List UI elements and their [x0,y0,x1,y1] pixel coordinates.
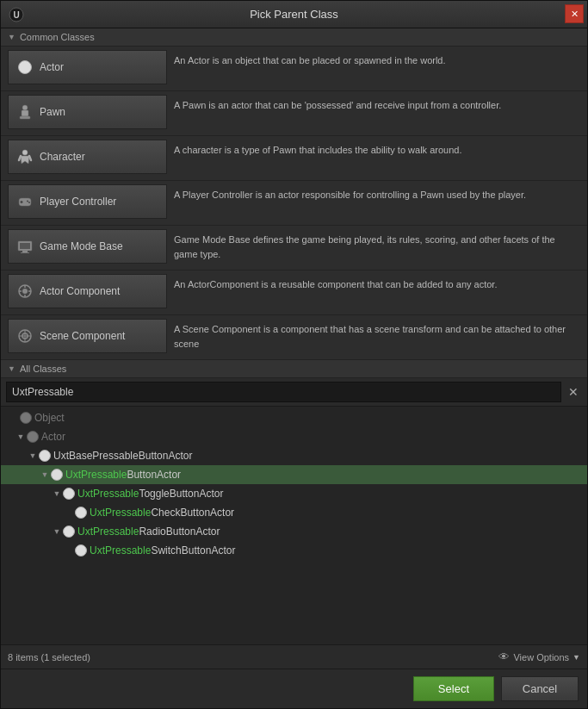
player-controller-label: Player Controller [40,196,116,208]
tree-item-radio[interactable]: ▼ UxtPressableRadioButtonActor [1,522,587,541]
view-options-chevron: ▼ [573,653,580,662]
svg-point-9 [27,201,28,202]
tree-view[interactable]: Object ▼ Actor ▼ UxtBasePressableButtonA… [1,407,587,644]
class-item-pawn: Pawn A Pawn is an actor that can be 'pos… [1,91,587,136]
all-classes-arrow: ▼ [8,364,15,373]
search-input[interactable] [6,382,561,402]
tree-label-radio: UxtPressableRadioButtonActor [77,526,220,538]
tree-arrow-toggle: ▼ [51,489,63,498]
tree-label-uxtbase: UxtBasePressableButtonActor [53,450,192,462]
common-classes-arrow: ▼ [8,33,15,41]
player-controller-button[interactable]: Player Controller [8,184,167,219]
class-item-actor-component: Actor Component An ActorComponent is a r… [1,271,587,315]
tree-arrow-uxtbase: ▼ [27,451,39,460]
svg-rect-4 [20,116,30,119]
pawn-label: Pawn [40,106,65,118]
tree-label-toggle: UxtPressableToggleButtonActor [77,488,223,500]
eye-icon: 👁 [498,650,510,663]
tree-item-object[interactable]: Object [1,408,587,427]
tree-item-toggle[interactable]: ▼ UxtPressableToggleButtonActor [1,484,587,503]
svg-point-10 [28,202,30,203]
tree-item-switch[interactable]: UxtPressableSwitchButtonActor [1,541,587,560]
class-item-scene-component: Scene Component A Scene Component is a c… [1,315,587,360]
game-mode-label: Game Mode Base [40,240,123,252]
svg-rect-13 [22,251,28,252]
search-clear-button[interactable]: ✕ [565,383,582,401]
class-item-character: Character A character is a type of Pawn … [1,136,587,181]
ue-logo: U [8,6,25,23]
common-classes-label: Common Classes [20,32,95,42]
tree-label-check: UxtPressableCheckButtonActor [90,507,234,519]
character-label: Character [40,151,85,163]
svg-rect-12 [20,243,30,249]
tree-arrow-actor: ▼ [15,432,27,441]
svg-rect-3 [22,110,28,116]
class-item-actor: Actor An Actor is an object that can be … [1,47,587,91]
actor-label: Actor [40,61,64,73]
switch-icon [75,544,87,557]
dialog-title: Pick Parent Class [250,8,338,21]
pawn-icon [15,103,34,121]
common-classes-section: ▼ Common Classes Actor An Actor is an ob… [1,28,587,360]
class-item-game-mode: Game Mode Base Game Mode Base defines th… [1,226,587,271]
close-button[interactable]: ✕ [565,4,584,23]
actor-component-icon [15,282,34,301]
all-classes-label: All Classes [20,364,66,374]
check-icon [75,507,87,519]
scene-component-button[interactable]: Scene Component [8,319,167,353]
pick-parent-class-dialog: U Pick Parent Class ✕ ▼ Common Classes A… [0,0,588,709]
cancel-button[interactable]: Cancel [501,676,579,701]
character-button[interactable]: Character [8,140,167,174]
pawn-button[interactable]: Pawn [8,95,167,129]
status-text: 8 items (1 selected) [8,652,90,662]
tree-arrow-radio: ▼ [51,527,63,536]
player-controller-icon [15,192,34,211]
tree-label-switch: UxtPressableSwitchButtonActor [90,544,235,557]
tree-item-uxtbase[interactable]: ▼ UxtBasePressableButtonActor [1,446,587,465]
tree-label-uxtpressable: UxtPressableButtonActor [65,469,181,481]
svg-point-2 [22,105,28,110]
status-bar: 8 items (1 selected) 👁 View Options ▼ [1,644,587,669]
character-icon [15,147,34,166]
game-mode-button[interactable]: Game Mode Base [8,229,167,264]
view-options-button[interactable]: 👁 View Options ▼ [498,650,580,663]
class-item-player-controller: Player Controller A Player Controller is… [1,181,587,226]
character-description: A character is a type of Pawn that inclu… [167,140,580,161]
toggle-icon [63,488,75,500]
all-classes-header: ▼ All Classes [1,360,587,378]
actor-component-button[interactable]: Actor Component [8,274,167,308]
radio-icon [63,526,75,538]
tree-item-uxtpressable[interactable]: ▼ UxtPressableButtonActor [1,465,587,484]
tree-item-actor[interactable]: ▼ Actor [1,427,587,446]
scene-component-description: A Scene Component is a component that ha… [167,319,580,354]
actor-tree-icon [27,431,39,443]
player-controller-description: A Player Controller is an actor responsi… [167,184,580,206]
tree-label-actor: Actor [41,431,65,443]
tree-arrow-uxtpressable: ▼ [39,470,51,479]
uxtpressable-icon [51,469,63,481]
tree-item-check[interactable]: UxtPressableCheckButtonActor [1,503,587,522]
actor-icon [15,58,34,77]
common-classes-header: ▼ Common Classes [1,28,587,47]
search-bar: ✕ [1,378,587,407]
svg-point-5 [22,150,28,155]
scene-component-label: Scene Component [40,330,125,342]
view-options-label: View Options [513,652,569,662]
button-bar: Select Cancel [1,669,587,708]
scene-component-icon [15,327,34,345]
svg-text:U: U [13,10,19,20]
tree-label-object: Object [34,412,65,424]
svg-rect-14 [21,252,29,253]
title-bar: U Pick Parent Class ✕ [1,1,587,28]
svg-point-16 [22,289,28,294]
all-classes-section: ▼ All Classes ✕ Object ▼ Actor ▼ [1,360,587,669]
select-button[interactable]: Select [413,676,494,701]
object-icon [20,412,32,424]
game-mode-description: Game Mode Base defines the game being pl… [167,229,580,264]
game-mode-icon [15,237,34,256]
actor-component-description: An ActorComponent is a reusable componen… [167,274,580,295]
pawn-description: A Pawn is an actor that can be 'possesse… [167,95,580,116]
actor-component-label: Actor Component [40,285,120,297]
actor-button[interactable]: Actor [8,50,167,84]
actor-description: An Actor is an object that can be placed… [167,50,580,72]
